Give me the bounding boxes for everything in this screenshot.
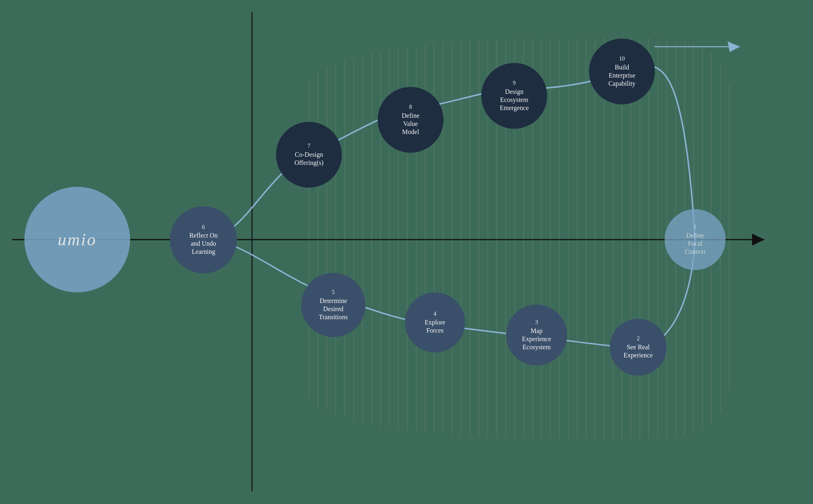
node-10: 10 BuildEnterpriseCapability — [589, 39, 655, 104]
node-1-number: 1 — [685, 223, 706, 231]
node-8-number: 8 — [402, 104, 420, 111]
node-9-number: 9 — [500, 80, 529, 87]
node-6-number: 6 — [189, 224, 218, 231]
node-9-label: DesignEcosystemEmergence — [500, 88, 529, 112]
diagram-container: umio 6 Reflect Onand UndoLearning 7 Co-D… — [0, 0, 813, 504]
node-2-number: 2 — [624, 335, 653, 342]
node-4-label: ExploreForces — [425, 318, 446, 335]
node-7-label: Co-DesignOffering(s) — [294, 151, 324, 167]
node-2: 2 See RealExperience — [610, 319, 667, 376]
node-7-number: 7 — [294, 143, 324, 150]
svg-marker-52 — [728, 41, 740, 52]
node-8: 8 DefineValueModel — [378, 87, 443, 153]
node-3: 3 MapExperienceEcosystem — [506, 305, 567, 366]
node-5-number: 5 — [319, 289, 348, 296]
node-9: 9 DesignEcosystemEmergence — [481, 63, 547, 129]
node-6-label: Reflect Onand UndoLearning — [189, 231, 218, 256]
node-3-number: 3 — [522, 319, 551, 326]
umio-logo: umio — [24, 187, 130, 292]
node-4: 4 ExploreForces — [405, 292, 465, 353]
umio-label: umio — [58, 229, 97, 251]
node-5: 5 DetermineDesiredTransitions — [301, 273, 365, 337]
node-7: 7 Co-DesignOffering(s) — [276, 122, 342, 188]
node-2-label: See RealExperience — [624, 343, 653, 359]
node-8-label: DefineValueModel — [402, 112, 420, 136]
svg-marker-1 — [752, 234, 764, 246]
node-1-label: DefineFocalContext — [685, 231, 706, 256]
node-10-number: 10 — [609, 55, 636, 63]
node-6: 6 Reflect Onand UndoLearning — [170, 206, 237, 273]
node-4-number: 4 — [425, 310, 446, 318]
node-5-label: DetermineDesiredTransitions — [319, 297, 348, 321]
node-3-label: MapExperienceEcosystem — [522, 327, 551, 351]
node-10-label: BuildEnterpriseCapability — [609, 63, 636, 88]
node-1: 1 DefineFocalContext — [665, 209, 726, 270]
